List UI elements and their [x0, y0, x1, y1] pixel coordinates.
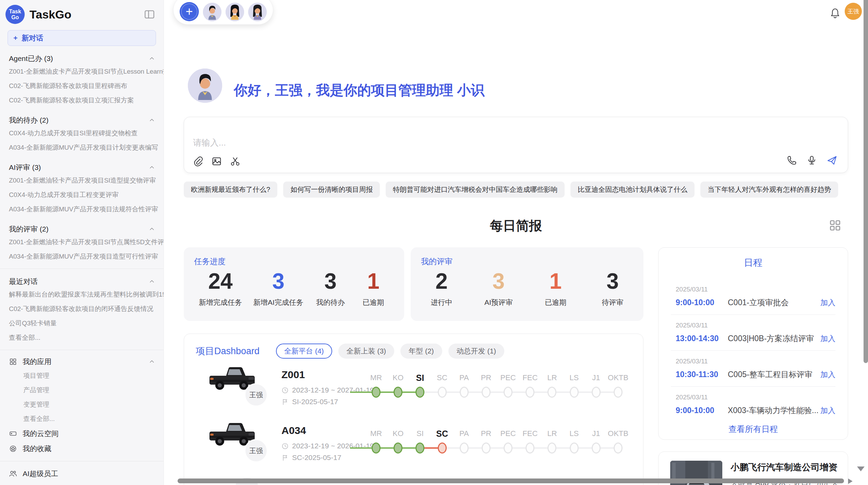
sidebar-item-ai-staff[interactable]: AI超级员工 — [0, 466, 164, 481]
milestone-node[interactable] — [504, 443, 513, 453]
agent-avatar-1[interactable] — [203, 3, 221, 21]
sidebar-section-header-my-review[interactable]: 我的评审 (2) — [0, 223, 164, 235]
milestone-label: PR — [475, 427, 497, 440]
milestone-node[interactable] — [547, 387, 556, 398]
app-sub-item[interactable]: 产品管理 — [0, 383, 164, 397]
project-code[interactable]: Z001 — [281, 369, 305, 381]
milestone-node[interactable] — [526, 387, 534, 398]
project-flag-text: SC-2025-05-17 — [292, 453, 341, 462]
milestone-node[interactable] — [570, 387, 579, 398]
milestone-node[interactable] — [372, 387, 381, 398]
milestone-node[interactable] — [614, 443, 623, 453]
milestone-node[interactable] — [438, 387, 447, 398]
milestone-label: KO — [387, 372, 409, 384]
sidebar-item-my-apps[interactable]: 我的应用 — [0, 355, 164, 369]
schedule-title-text: X003-车辆动力学性能验... — [727, 405, 820, 416]
sidebar-item-cloud[interactable]: 我的云空间 — [0, 426, 164, 441]
scroll-right-arrow-icon[interactable] — [848, 478, 853, 484]
milestone-label: MR — [365, 427, 387, 440]
dashboard-tab[interactable]: 年型 (2) — [400, 344, 442, 359]
user-avatar[interactable]: 王强 — [845, 3, 862, 20]
app-sub-item[interactable]: 项目管理 — [0, 369, 164, 383]
recent-chat-item[interactable]: C02-飞腾新能源轻客改款项目的闭环通告反馈情况 — [0, 302, 164, 316]
schedule-row: 13:00-14:30C003|H0B-方案冻结评审加入 — [659, 333, 848, 344]
sidebar-item-write[interactable]: 帮我写作 — [0, 481, 164, 485]
project-code[interactable]: A034 — [281, 425, 306, 436]
milestone-node[interactable] — [526, 443, 534, 453]
recent-chat-item[interactable]: 公司Q3轻卡销量 — [0, 316, 164, 331]
sidebar-collapse-icon[interactable] — [144, 9, 155, 20]
agent-avatar-3[interactable] — [248, 3, 267, 21]
agent-avatar-2[interactable] — [226, 3, 244, 21]
milestone-node[interactable] — [460, 387, 469, 398]
app-sub-item[interactable]: 查看全部... — [0, 412, 164, 426]
schedule-date: 2025/03/11 — [659, 394, 848, 401]
sidebar-item[interactable]: C0X4-动力总成开发项目工程变更评审 — [0, 188, 164, 202]
milestone-node[interactable] — [482, 387, 491, 398]
milestone-node[interactable] — [415, 443, 424, 453]
sidebar-item[interactable]: A034-全新新能源MUV产品开发项目计划变更表编写 — [0, 140, 164, 155]
vertical-scrollbar[interactable] — [864, 0, 868, 363]
suggestion-chip[interactable]: 比亚迪全固态电池计划具体说了什么 — [570, 182, 695, 198]
milestone-node[interactable] — [394, 387, 402, 398]
suggestion-chip[interactable]: 特朗普可能对进口汽车增税会对中国车企造成哪些影响 — [386, 182, 565, 198]
recent-section-header[interactable]: 最近对话 — [0, 276, 164, 287]
new-chat-button[interactable]: + 新对话 — [8, 30, 156, 46]
send-icon[interactable] — [827, 155, 837, 166]
paperclip-icon[interactable] — [193, 156, 203, 166]
sidebar-section-header-my-todo[interactable]: 我的待办 (2) — [0, 114, 164, 126]
bell-icon[interactable] — [830, 8, 841, 18]
image-icon[interactable] — [212, 156, 222, 166]
sidebar-item[interactable]: C0X4-动力总成开发项目SI里程碑提交物检查 — [0, 126, 164, 140]
add-agent-button[interactable]: + — [180, 2, 199, 21]
suggestion-chip[interactable]: 欧洲新规最近颁布了什么? — [184, 182, 277, 198]
recent-chat-item[interactable]: 解释最新出台的欧盟报废车法规再生塑料比例被调到15%... — [0, 287, 164, 302]
dashboard-tab[interactable]: 动总开发 (1) — [448, 344, 505, 359]
dashboard-tab[interactable]: 全新上装 (3) — [338, 344, 395, 359]
sidebar-item[interactable]: A034-全新新能源MUV产品开发项目法规符合性评审 — [0, 202, 164, 216]
milestone-node[interactable] — [570, 443, 579, 453]
sidebar-item[interactable]: A034-全新新能源MUV产品开发项目造型可行性评审 — [0, 249, 164, 264]
phone-icon[interactable] — [787, 155, 797, 165]
sidebar-item[interactable]: Z001-全新燃油轻卡产品开发项目SI造型提交物评审 — [0, 173, 164, 188]
sidebar-item[interactable]: C02-飞腾新能源轻客改款项目立项汇报方案 — [0, 93, 164, 108]
milestone-node[interactable] — [438, 443, 447, 453]
dashboard-tab[interactable]: 全新平台 (4) — [276, 344, 332, 359]
milestone-node[interactable] — [372, 443, 381, 453]
sidebar-item-favorites[interactable]: 我的收藏 — [0, 441, 164, 456]
sidebar-item[interactable]: Z001-全新燃油轻卡产品开发项目SI节点属性5D文件评审 — [0, 235, 164, 249]
chat-input[interactable] — [193, 137, 707, 158]
suggestion-chip[interactable]: 当下年轻人对汽车外观有怎样的喜好趋势 — [700, 182, 838, 198]
chevron-up-icon — [148, 226, 155, 233]
app-sub-item[interactable]: 变更管理 — [0, 397, 164, 412]
sidebar-item[interactable]: C02-飞腾新能源轻客改款项目里程碑画布 — [0, 79, 164, 93]
sidebar-section-header-ai-review[interactable]: AI评审 (3) — [0, 162, 164, 173]
join-meeting-link[interactable]: 加入 — [820, 334, 835, 344]
milestone-node[interactable] — [394, 443, 402, 453]
horizontal-scrollbar[interactable] — [178, 478, 844, 483]
join-meeting-link[interactable]: 加入 — [820, 298, 835, 308]
milestone-node[interactable] — [482, 443, 491, 453]
view-all-schedule-link[interactable]: 查看所有日程 — [659, 424, 848, 435]
schedule-time: 13:00-14:30 — [676, 334, 727, 343]
cloud-drive-icon — [9, 430, 17, 438]
milestone-pa: PA — [453, 372, 475, 407]
mic-icon[interactable] — [807, 155, 817, 165]
layout-grid-icon[interactable] — [829, 219, 841, 232]
milestone-node[interactable] — [592, 443, 601, 453]
milestone-node[interactable] — [614, 387, 623, 398]
suggestion-chip[interactable]: 如何写一份清晰的项目周报 — [283, 182, 380, 198]
sidebar-section-header-agent-done[interactable]: Agent已办 (3) — [0, 53, 164, 64]
milestone-node[interactable] — [592, 387, 601, 398]
milestone-node[interactable] — [460, 443, 469, 453]
milestone-node[interactable] — [547, 443, 556, 453]
milestone-node[interactable] — [415, 387, 424, 398]
join-meeting-link[interactable]: 加入 — [820, 370, 835, 380]
scroll-down-arrow-icon[interactable] — [857, 467, 865, 471]
recent-view-all-link[interactable]: 查看全部... — [0, 331, 164, 345]
stat-label: 进行中 — [426, 298, 457, 307]
scissors-icon[interactable] — [230, 156, 240, 166]
sidebar-item[interactable]: Z001-全新燃油皮卡产品开发项目SI节点Lesson Learn报告 — [0, 64, 164, 79]
milestone-node[interactable] — [504, 387, 513, 398]
join-meeting-link[interactable]: 加入 — [820, 406, 835, 416]
